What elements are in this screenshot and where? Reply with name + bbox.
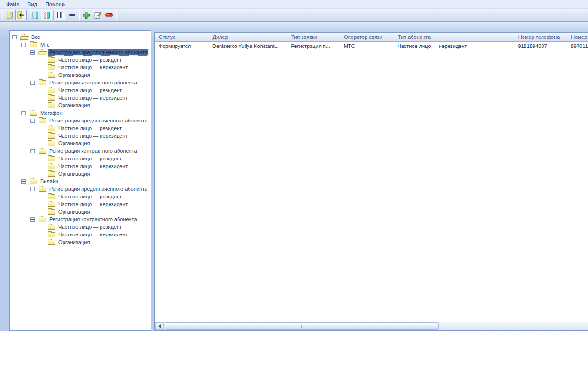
toolbar-button-add[interactable] — [81, 10, 92, 20]
tree-item-mts[interactable]: Мтс — [10, 41, 151, 48]
cell-operator: МТС — [340, 41, 394, 51]
folder-icon — [48, 57, 55, 63]
menu-file[interactable]: Файл — [2, 0, 23, 8]
folder-icon — [30, 111, 37, 116]
column-header-subscriber-type[interactable]: Тип абонента — [394, 33, 514, 41]
toolbar-button-minus[interactable] — [66, 10, 78, 20]
tree-item[interactable]: Регистрация предоплаченного абонента — [10, 185, 151, 193]
tree-item[interactable]: Частное лицо — нерезидент — [10, 162, 151, 170]
column-header-operator[interactable]: Оператор связи — [340, 33, 394, 41]
tree-item-beeline[interactable]: Билайн — [10, 178, 151, 185]
folder-icon — [48, 194, 55, 199]
tree-item-label: Мегафон — [39, 110, 64, 116]
tree-item[interactable]: Организация — [10, 102, 151, 109]
toolbar-button-panel-cyan[interactable] — [41, 10, 52, 20]
tree-item[interactable]: Частное лицо — нерезидент — [10, 231, 151, 238]
tree-item-label: Билайн — [39, 178, 60, 185]
door-arrow-icon — [17, 11, 25, 19]
tree-item[interactable]: Организация — [10, 71, 151, 79]
folder-icon — [39, 149, 46, 154]
toolbar-button-panel[interactable] — [29, 10, 41, 20]
tree-item[interactable]: Частное лицо — нерезидент — [10, 64, 151, 71]
tree-item[interactable]: Частное лицо — резидент — [10, 155, 151, 162]
column-header-status[interactable]: Статус — [155, 33, 209, 41]
tree-item[interactable]: Частное лицо — резидент — [10, 223, 151, 231]
scrollbar-thumb[interactable] — [165, 322, 439, 330]
tree-item-label: Организация — [57, 239, 91, 245]
tree-item[interactable]: Частное лицо — нерезидент — [10, 132, 151, 140]
tree-item[interactable]: Организация — [10, 140, 151, 147]
column-header-sim[interactable]: Номер SIM — [567, 33, 588, 41]
cell-subscriber-type: Частное лицо — нерезидент — [394, 41, 514, 51]
collapse-icon[interactable] — [21, 43, 26, 47]
folder-icon — [48, 156, 55, 161]
folder-icon — [30, 42, 37, 47]
collapse-icon[interactable] — [30, 187, 35, 191]
tree-item[interactable]: Частное лицо — резидент — [10, 193, 151, 200]
toolbar-button-edit[interactable] — [92, 10, 103, 20]
toolbar-button-door-arrow[interactable] — [15, 10, 27, 20]
tree-item[interactable]: Частное лицо — нерезидент — [10, 200, 151, 208]
folder-icon — [39, 80, 46, 85]
tree-item[interactable]: Организация — [10, 238, 151, 246]
tree-panel: Все Мтс Регистрация предоплаченного абон… — [9, 30, 151, 331]
collapse-icon[interactable] — [21, 111, 26, 115]
cell-status: Формируется — [155, 41, 209, 51]
collapse-icon[interactable] — [12, 35, 17, 39]
tree-item-label: Частное лицо — резидент — [57, 155, 123, 162]
tree-item-all[interactable]: Все — [10, 33, 151, 41]
collapse-icon[interactable] — [30, 217, 35, 222]
toolbar-button-sim-delete[interactable] — [103, 10, 115, 20]
tree-item-label: Все — [30, 34, 42, 40]
collapse-icon[interactable] — [30, 50, 35, 55]
tree-item[interactable]: Частное лицо — нерезидент — [10, 94, 151, 102]
tree-item[interactable]: Частное лицо — резидент — [10, 86, 151, 94]
folder-icon — [48, 103, 55, 108]
scroll-left-button[interactable] — [155, 322, 164, 330]
tree-item[interactable]: Регистрация контрактного абонента — [10, 216, 151, 223]
tree-item-label: Регистрация контрактного абонента — [48, 216, 138, 223]
tree-item[interactable]: Частное лицо — резидент — [10, 124, 151, 132]
folder-icon — [39, 118, 46, 123]
menu-view[interactable]: Вид — [23, 0, 41, 8]
tree-item-label: Мтс — [39, 41, 51, 48]
collapse-icon[interactable] — [21, 179, 26, 184]
tree-item[interactable]: Организация — [10, 170, 151, 178]
tree-item[interactable]: Регистрация контрактного абонента — [10, 147, 151, 155]
application-window: Файл Вид Помощь — [0, 0, 588, 331]
tree-item[interactable]: Регистрация контрактного абонента — [10, 79, 151, 86]
column-header-request-type[interactable]: Тип заявки — [287, 33, 340, 41]
folder-icon — [48, 164, 55, 169]
tree-item-selected[interactable]: Регистрация предоплаченного абонента — [10, 48, 151, 56]
collapse-icon[interactable] — [30, 119, 35, 123]
tree-item[interactable]: Частное лицо — резидент — [10, 56, 151, 64]
folder-icon — [48, 225, 55, 230]
chevron-left-icon — [158, 324, 161, 328]
tree-item-megafon[interactable]: Мегафон — [10, 109, 151, 117]
tree-item-label: Регистрация предоплаченного абонента — [48, 186, 149, 192]
sim-card-red-icon — [105, 12, 113, 19]
tree-item-label: Частное лицо — резидент — [57, 125, 123, 131]
toolbar-button-splitter[interactable] — [55, 10, 66, 20]
folder-icon — [48, 133, 55, 139]
folder-icon — [48, 141, 55, 146]
content-area: Все Мтс Регистрация предоплаченного абон… — [0, 22, 588, 331]
panel-cyan-icon — [44, 12, 50, 19]
folder-open-icon — [39, 50, 46, 55]
toolbar-button-door[interactable] — [4, 10, 15, 20]
grid-row[interactable]: Формируется Denisenko Yuliya Konstant...… — [155, 41, 588, 51]
minus-line-icon — [69, 14, 75, 16]
menu-help[interactable]: Помощь — [41, 0, 70, 8]
toolbar — [0, 9, 588, 22]
tree-item[interactable]: Организация — [10, 208, 151, 216]
scrollbar-track[interactable] — [439, 322, 588, 330]
toolbar-separator — [79, 10, 80, 20]
tree-item-label: Частное лицо — нерезидент — [57, 132, 129, 139]
tree-item[interactable]: Регистрация предоплаченного абонента — [10, 117, 151, 124]
collapse-icon[interactable] — [30, 149, 35, 153]
tree-item-label: Регистрация контрактного абонента — [48, 79, 138, 86]
toolbar-separator — [53, 10, 54, 20]
collapse-icon[interactable] — [30, 81, 35, 85]
column-header-dealer[interactable]: Дилер — [209, 33, 287, 41]
column-header-phone[interactable]: Номер телефона — [514, 33, 567, 41]
